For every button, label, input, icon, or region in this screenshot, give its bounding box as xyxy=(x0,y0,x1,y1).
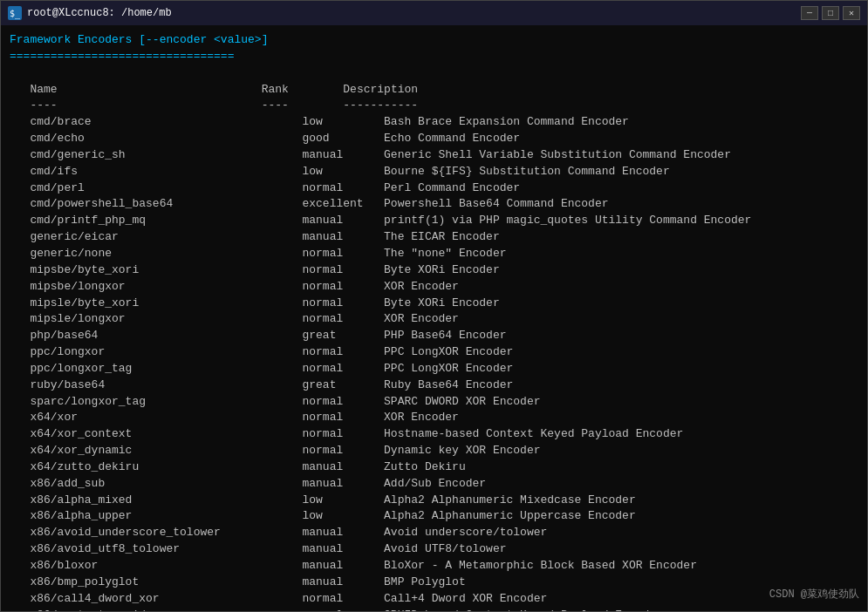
table-row: cmd/perl normal Perl Command Encoder xyxy=(10,180,858,197)
table-row: x86/add_sub manual Add/Sub Encoder xyxy=(10,476,858,493)
maximize-button[interactable]: □ xyxy=(822,6,839,20)
terminal-icon: $_ xyxy=(8,6,22,20)
empty-line xyxy=(10,65,858,82)
col-desc-ul: ----------- xyxy=(343,99,418,112)
table-row: mipsbe/longxor normal XOR Encoder xyxy=(10,279,858,296)
table-row: x86/alpha_mixed low Alpha2 Alphanumeric … xyxy=(10,493,858,509)
table-row: mipsle/byte_xori normal Byte XORi Encode… xyxy=(10,296,858,312)
table-row: x86/call4_dword_xor normal Call+4 Dword … xyxy=(10,591,858,608)
table-row: php/base64 great PHP Base64 Encoder xyxy=(10,328,858,344)
table-row: ruby/base64 great Ruby Base64 Encoder xyxy=(10,377,858,394)
header-underline: ================================= xyxy=(10,49,858,65)
table-row: cmd/powershell_base64 excellent Powershe… xyxy=(10,196,858,213)
column-underlines: ---- ---- ----------- xyxy=(10,98,858,114)
table-row: x64/xor_context normal Hostname-based Co… xyxy=(10,426,858,443)
terminal-content: Framework Encoders [--encoder <value>] =… xyxy=(1,25,867,611)
table-row: mipsbe/byte_xori normal Byte XORi Encode… xyxy=(10,262,858,279)
column-headers: Name Rank Description xyxy=(10,82,858,99)
table-row: cmd/brace low Bash Brace Expansion Comma… xyxy=(10,114,858,131)
table-row: x86/bmp_polyglot manual BMP Polyglot xyxy=(10,575,858,591)
table-row: x86/avoid_utf8_tolower manual Avoid UTF8… xyxy=(10,541,858,558)
svg-text:$_: $_ xyxy=(10,9,21,19)
col-rank-ul: ---- xyxy=(262,99,289,112)
table-row: x64/zutto_dekiru manual Zutto Dekiru xyxy=(10,459,858,476)
close-button[interactable]: ✕ xyxy=(843,6,860,20)
col-rank-header: Rank xyxy=(262,83,289,96)
table-row: x86/alpha_upper low Alpha2 Alphanumeric … xyxy=(10,508,858,525)
table-row: x64/xor normal XOR Encoder xyxy=(10,410,858,426)
titlebar: $_ root@XLccnuc8: /home/mb ─ □ ✕ xyxy=(1,1,867,25)
framework-header: Framework Encoders [--encoder <value>] xyxy=(10,32,858,49)
col-name-header: Name xyxy=(30,83,57,96)
table-row: cmd/printf_php_mq manual printf(1) via P… xyxy=(10,213,858,229)
table-row: generic/eicar manual The EICAR Encoder xyxy=(10,229,858,246)
table-row: x86/bloxor manual BloXor - A Metamorphic… xyxy=(10,558,858,575)
window-title: root@XLccnuc8: /home/mb xyxy=(27,7,172,19)
col-name-ul: ---- xyxy=(30,99,57,112)
table-row: x86/context_cpuid manual CPUID-based Con… xyxy=(10,608,858,611)
table-row: generic/none normal The "none" Encoder xyxy=(10,246,858,262)
table-row: cmd/echo good Echo Command Encoder xyxy=(10,131,858,147)
table-row: ppc/longxor normal PPC LongXOR Encoder xyxy=(10,344,858,361)
table-row: ppc/longxor_tag normal PPC LongXOR Encod… xyxy=(10,361,858,377)
titlebar-left: $_ root@XLccnuc8: /home/mb xyxy=(8,6,172,20)
table-row: mipsle/longxor normal XOR Encoder xyxy=(10,311,858,328)
table-row: x86/avoid_underscore_tolower manual Avoi… xyxy=(10,525,858,541)
table-row: x64/xor_dynamic normal Dynamic key XOR E… xyxy=(10,443,858,459)
col-desc-header: Description xyxy=(343,83,418,96)
window-controls: ─ □ ✕ xyxy=(801,6,860,20)
minimize-button[interactable]: ─ xyxy=(801,6,818,20)
table-row: cmd/generic_sh manual Generic Shell Vari… xyxy=(10,147,858,164)
table-row: cmd/ifs low Bourne ${IFS} Substitution C… xyxy=(10,164,858,180)
watermark: CSDN @菜鸡使劲队 xyxy=(769,587,859,602)
table-row: sparc/longxor_tag normal SPARC DWORD XOR… xyxy=(10,394,858,411)
